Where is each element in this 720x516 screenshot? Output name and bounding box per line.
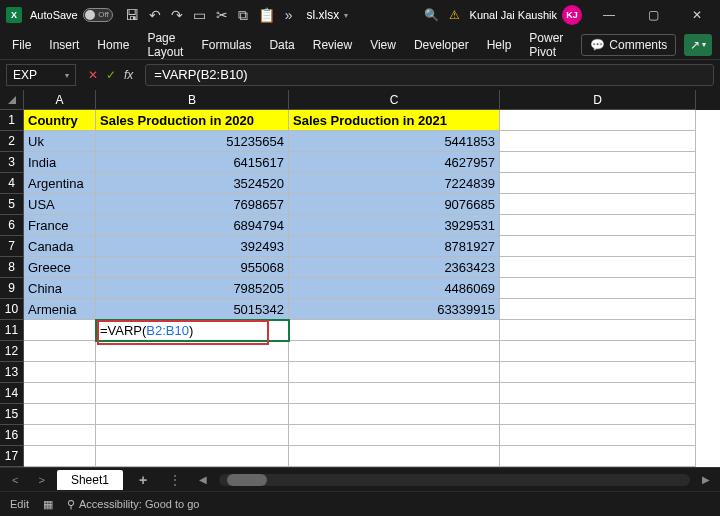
- tab-data[interactable]: Data: [269, 38, 294, 52]
- cell[interactable]: 9076685: [289, 194, 500, 215]
- row-header[interactable]: 5: [0, 194, 24, 215]
- row-header[interactable]: 13: [0, 362, 24, 383]
- cell[interactable]: 955068: [96, 257, 289, 278]
- row-header[interactable]: 9: [0, 278, 24, 299]
- row-header[interactable]: 14: [0, 383, 24, 404]
- row-header[interactable]: 11: [0, 320, 24, 341]
- cell[interactable]: 51235654: [96, 131, 289, 152]
- row-header[interactable]: 8: [0, 257, 24, 278]
- copy-icon[interactable]: ⧉: [238, 7, 248, 24]
- tab-page-layout[interactable]: Page Layout: [147, 31, 183, 59]
- cell[interactable]: [289, 404, 500, 425]
- cell[interactable]: Armenia: [24, 299, 96, 320]
- cell[interactable]: France: [24, 215, 96, 236]
- cell[interactable]: 2363423: [289, 257, 500, 278]
- more-icon[interactable]: »: [285, 7, 293, 23]
- cell[interactable]: [24, 425, 96, 446]
- cell[interactable]: [289, 446, 500, 467]
- cell[interactable]: [500, 425, 696, 446]
- cell[interactable]: [500, 257, 696, 278]
- active-cell[interactable]: =VARP(B2:B10): [96, 320, 289, 341]
- cell[interactable]: 6415617: [96, 152, 289, 173]
- cell[interactable]: 392493: [96, 236, 289, 257]
- cell[interactable]: 4627957: [289, 152, 500, 173]
- minimize-button[interactable]: —: [592, 8, 626, 22]
- accessibility-status[interactable]: ⚲Accessibility: Good to go: [67, 498, 199, 511]
- redo-icon[interactable]: ↷: [171, 7, 183, 23]
- tab-help[interactable]: Help: [487, 38, 512, 52]
- cell[interactable]: [500, 131, 696, 152]
- cancel-icon[interactable]: ✕: [88, 68, 98, 82]
- cell[interactable]: 6894794: [96, 215, 289, 236]
- row-header[interactable]: 4: [0, 173, 24, 194]
- touch-icon[interactable]: ▭: [193, 7, 206, 23]
- tab-power-pivot[interactable]: Power Pivot: [529, 31, 563, 59]
- formula-input[interactable]: =VARP(B2:B10): [145, 64, 714, 86]
- cell[interactable]: [500, 215, 696, 236]
- cell[interactable]: [289, 383, 500, 404]
- tab-formulas[interactable]: Formulas: [201, 38, 251, 52]
- tab-home[interactable]: Home: [97, 38, 129, 52]
- cell[interactable]: [500, 446, 696, 467]
- cell[interactable]: USA: [24, 194, 96, 215]
- cell[interactable]: 5015342: [96, 299, 289, 320]
- cell[interactable]: [96, 383, 289, 404]
- scroll-right-button[interactable]: ▶: [696, 474, 716, 485]
- cell[interactable]: [96, 362, 289, 383]
- row-header[interactable]: 16: [0, 425, 24, 446]
- search-icon[interactable]: 🔍: [424, 8, 439, 22]
- cut-icon[interactable]: ✂: [216, 7, 228, 23]
- tab-insert[interactable]: Insert: [49, 38, 79, 52]
- col-header-d[interactable]: D: [500, 90, 696, 110]
- row-header[interactable]: 17: [0, 446, 24, 467]
- save-icon[interactable]: 🖫: [125, 7, 139, 23]
- cell[interactable]: [500, 320, 696, 341]
- add-sheet-button[interactable]: +: [127, 472, 159, 488]
- prev-sheet-button[interactable]: <: [4, 474, 26, 486]
- cell[interactable]: [500, 299, 696, 320]
- cell[interactable]: Uk: [24, 131, 96, 152]
- row-header[interactable]: 1: [0, 110, 24, 131]
- sheet-tab[interactable]: Sheet1: [57, 470, 123, 490]
- row-header[interactable]: 15: [0, 404, 24, 425]
- sheet-options-icon[interactable]: ⋮: [159, 473, 191, 487]
- row-header[interactable]: 7: [0, 236, 24, 257]
- row-header[interactable]: 12: [0, 341, 24, 362]
- cell[interactable]: Sales Production in 2021: [289, 110, 500, 131]
- toggle-switch[interactable]: Off: [83, 8, 113, 22]
- cell[interactable]: [500, 194, 696, 215]
- cell[interactable]: [289, 362, 500, 383]
- tab-view[interactable]: View: [370, 38, 396, 52]
- warning-icon[interactable]: ⚠: [449, 8, 460, 22]
- share-button[interactable]: ↗▾: [684, 34, 712, 56]
- tab-file[interactable]: File: [12, 38, 31, 52]
- cell[interactable]: 7224839: [289, 173, 500, 194]
- cell[interactable]: [500, 278, 696, 299]
- cell[interactable]: Sales Production in 2020: [96, 110, 289, 131]
- comments-button[interactable]: 💬Comments: [581, 34, 676, 56]
- cell[interactable]: [500, 404, 696, 425]
- name-box[interactable]: EXP▾: [6, 64, 76, 86]
- cell[interactable]: China: [24, 278, 96, 299]
- macro-icon[interactable]: ▦: [43, 498, 53, 511]
- cell[interactable]: 5441853: [289, 131, 500, 152]
- user-account[interactable]: Kunal Jai Kaushik KJ: [470, 5, 582, 25]
- next-sheet-button[interactable]: >: [30, 474, 52, 486]
- col-header-c[interactable]: C: [289, 90, 500, 110]
- cell[interactable]: [96, 404, 289, 425]
- cell[interactable]: [96, 446, 289, 467]
- cell[interactable]: 8781927: [289, 236, 500, 257]
- cell[interactable]: [24, 446, 96, 467]
- cell[interactable]: [500, 383, 696, 404]
- cell[interactable]: [500, 173, 696, 194]
- row-header[interactable]: 2: [0, 131, 24, 152]
- cell[interactable]: [24, 320, 96, 341]
- cell[interactable]: [500, 362, 696, 383]
- col-header-a[interactable]: A: [24, 90, 96, 110]
- cell[interactable]: [500, 236, 696, 257]
- select-all-corner[interactable]: [0, 90, 24, 110]
- undo-icon[interactable]: ↶: [149, 7, 161, 23]
- cell[interactable]: 3929531: [289, 215, 500, 236]
- paste-icon[interactable]: 📋: [258, 7, 275, 23]
- close-button[interactable]: ✕: [680, 8, 714, 22]
